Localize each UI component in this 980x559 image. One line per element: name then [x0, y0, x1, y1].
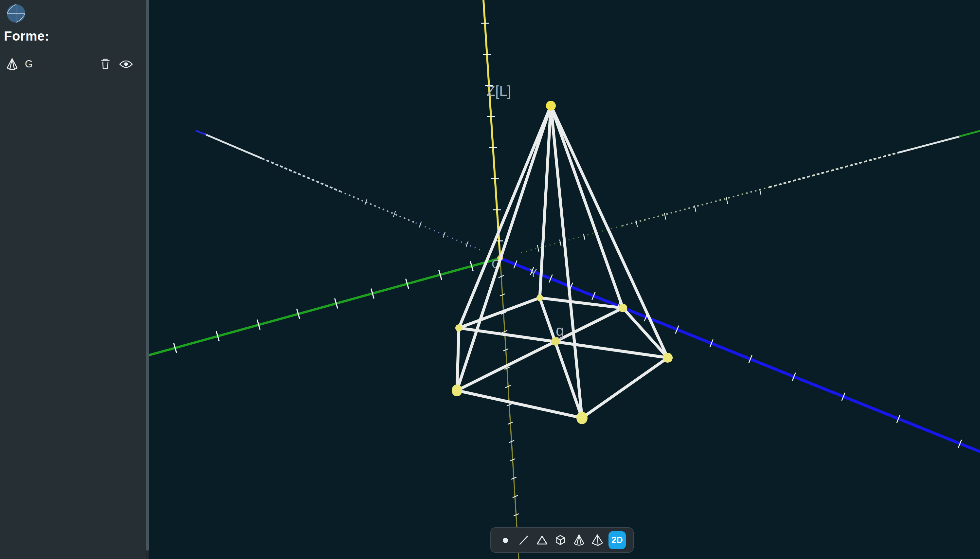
y-axis-label: Y — [530, 266, 537, 279]
vertex-base-front — [577, 412, 588, 424]
app-logo[interactable] — [6, 3, 26, 25]
vertex-base-right-back — [619, 304, 627, 312]
sidebar: Forme: G — [0, 0, 149, 559]
tool-triangle-button[interactable] — [535, 532, 549, 548]
tool-cone-button[interactable] — [572, 532, 586, 548]
scene-3d: O Z[L] Y g — [149, 0, 980, 559]
x-axis-positive — [149, 258, 500, 356]
shape-toolbar: 2D — [490, 527, 634, 553]
toggle-visibility-button[interactable] — [119, 57, 134, 71]
app-window: O Z[L] Y g — [0, 0, 980, 559]
cube-icon — [554, 534, 567, 546]
vertex-base-left-front — [452, 385, 462, 396]
cone-icon — [5, 57, 19, 71]
y-axis-negative — [196, 131, 481, 250]
z-axis-label: Z[L] — [486, 83, 511, 99]
vertex-base-left — [455, 324, 463, 332]
tool-segment-button[interactable] — [517, 532, 531, 548]
tool-pyramid-button[interactable] — [590, 532, 605, 548]
tool-cube-button[interactable] — [553, 532, 568, 548]
center-point-label: g — [556, 322, 564, 339]
trash-icon — [99, 57, 112, 71]
triangle-icon — [535, 534, 549, 546]
viewport-3d[interactable]: O Z[L] Y g — [149, 0, 980, 559]
segment-icon — [517, 534, 530, 546]
shape-label: G — [25, 58, 33, 70]
z-axis-negative — [500, 258, 519, 559]
sidebar-scrollbar[interactable] — [146, 0, 149, 551]
vertex-apex — [546, 101, 556, 111]
cone-icon — [572, 534, 585, 547]
shape-list-item[interactable]: G — [5, 56, 134, 73]
vertex-base-right — [663, 353, 673, 363]
z-axis-positive — [483, 0, 500, 258]
delete-shape-button[interactable] — [99, 57, 112, 71]
globe-3d-icon — [6, 3, 26, 24]
pyramid-icon — [591, 534, 604, 547]
sidebar-title: Forme: — [4, 29, 50, 43]
tool-point-button[interactable] — [498, 532, 512, 548]
eye-icon — [119, 59, 133, 69]
y-axis-positive — [500, 258, 980, 452]
point-icon — [499, 534, 512, 546]
vertex-base-back — [537, 294, 543, 301]
mode-2d-button[interactable]: 2D — [608, 531, 626, 549]
